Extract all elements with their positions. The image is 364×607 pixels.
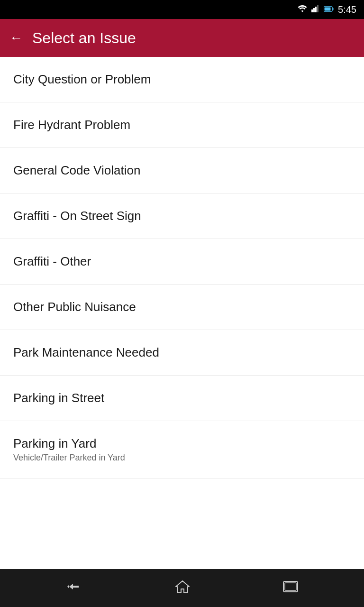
back-icon: ←: [9, 30, 23, 46]
page-title: Select an Issue: [32, 29, 136, 47]
status-icons: 5:45: [297, 4, 356, 15]
list-item[interactable]: Park Maintenance Needed: [0, 330, 364, 376]
nav-home-icon: [175, 579, 190, 597]
list-item-title: Other Public Nuisance: [13, 300, 351, 314]
nav-back-button[interactable]: [65, 580, 82, 596]
list-item-title: Parking in Yard: [13, 436, 351, 451]
signal-icon: [311, 5, 320, 14]
nav-home-button[interactable]: [175, 579, 190, 597]
issue-list: City Question or ProblemFire Hydrant Pro…: [0, 57, 364, 569]
list-item[interactable]: Parking in Street: [0, 376, 364, 421]
list-item[interactable]: Graffiti - On Street Sign: [0, 193, 364, 239]
list-item-title: Park Maintenance Needed: [13, 345, 351, 360]
svg-rect-8: [285, 583, 296, 590]
battery-icon: [324, 5, 334, 14]
issue-list-wrapper: City Question or ProblemFire Hydrant Pro…: [0, 57, 364, 569]
app-bar: ← Select an Issue: [0, 19, 364, 57]
status-bar: 5:45: [0, 0, 364, 19]
nav-recent-icon: [282, 580, 299, 596]
svg-rect-3: [317, 5, 318, 12]
list-item[interactable]: Other Public Nuisance: [0, 285, 364, 330]
svg-rect-0: [311, 9, 313, 12]
list-item-title: Graffiti - On Street Sign: [13, 209, 351, 223]
list-item-subtitle: Vehicle/Trailer Parked in Yard: [13, 453, 351, 463]
list-item-title: General Code Violation: [13, 163, 351, 178]
status-time: 5:45: [338, 4, 356, 15]
list-item[interactable]: General Code Violation: [0, 148, 364, 193]
list-item[interactable]: Parking in YardVehicle/Trailer Parked in…: [0, 421, 364, 478]
navigation-bar: [0, 569, 364, 607]
list-item-title: City Question or Problem: [13, 72, 351, 87]
nav-back-icon: [65, 580, 82, 596]
svg-rect-1: [313, 8, 315, 12]
wifi-icon: [297, 5, 308, 14]
list-item-title: Fire Hydrant Problem: [13, 118, 351, 132]
svg-rect-6: [325, 8, 331, 11]
back-button[interactable]: ←: [9, 30, 23, 46]
nav-recent-button[interactable]: [282, 580, 299, 596]
list-item[interactable]: Graffiti - Other: [0, 239, 364, 285]
list-item-title: Parking in Street: [13, 391, 351, 405]
list-item-title: Graffiti - Other: [13, 254, 351, 269]
list-item[interactable]: City Question or Problem: [0, 57, 364, 102]
svg-rect-5: [333, 8, 334, 10]
list-item[interactable]: Fire Hydrant Problem: [0, 102, 364, 148]
svg-rect-2: [315, 7, 317, 12]
